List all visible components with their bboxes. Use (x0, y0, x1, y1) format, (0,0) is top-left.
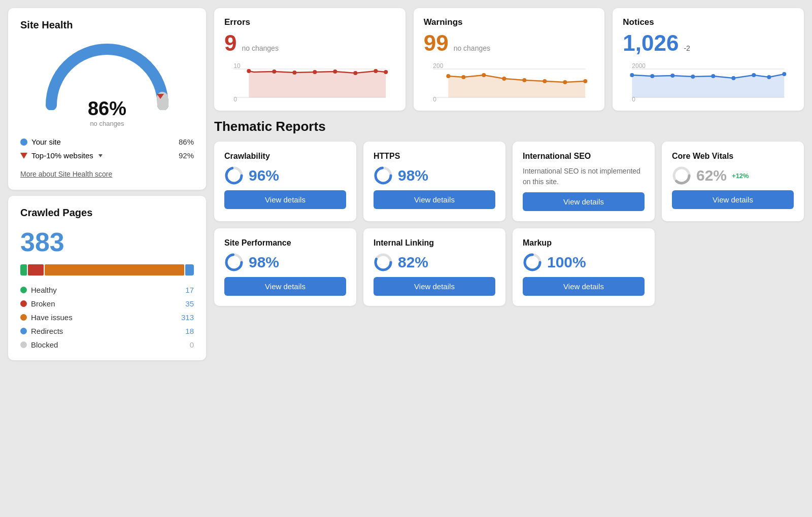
core-web-vitals-title: Core Web Vitals (672, 152, 794, 161)
internal-linking-donut (374, 253, 393, 272)
gauge-container: 86% no changes (20, 39, 194, 127)
legend-broken: Broken 35 (20, 299, 194, 308)
legend-issues: Have issues 313 (20, 313, 194, 322)
svg-marker-31 (632, 74, 785, 97)
errors-value: 9 (224, 30, 236, 56)
notices-chart: 2000 0 (623, 61, 794, 101)
core-web-vitals-score: 62% (696, 167, 727, 184)
svg-point-9 (313, 70, 317, 74)
more-about-link[interactable]: More about Site Health score (20, 170, 112, 178)
healthy-label: Healthy (31, 286, 57, 294)
site-health-title: Site Health (20, 19, 194, 31)
gauge-center: 86% no changes (88, 98, 126, 127)
svg-text:200: 200 (433, 62, 443, 70)
blocked-label: Blocked (31, 340, 58, 349)
healthy-dot (20, 287, 27, 293)
core-web-vitals-score-row: 62% +12% (672, 166, 794, 185)
svg-point-35 (691, 75, 695, 79)
svg-point-23 (522, 78, 526, 82)
gauge-subtext: no changes (88, 120, 126, 127)
svg-point-34 (671, 74, 675, 78)
markup-score: 100% (547, 254, 586, 271)
issues-dot (20, 314, 27, 321)
svg-point-33 (651, 74, 655, 78)
markup-btn[interactable]: View details (523, 277, 645, 296)
internal-linking-btn[interactable]: View details (374, 277, 495, 296)
right-column: Errors 9 no changes 10 0 (214, 8, 804, 509)
warnings-value-row: 99 no changes (424, 30, 595, 56)
crawlability-title: Crawlability (224, 152, 346, 161)
site-performance-btn[interactable]: View details (224, 277, 346, 296)
broken-count: 35 (185, 299, 194, 308)
svg-point-20 (461, 75, 465, 79)
site-performance-title: Site Performance (224, 238, 346, 248)
international-seo-desc: International SEO is not implemented on … (523, 166, 645, 187)
core-web-vitals-card: Core Web Vitals 62% +12% View details (662, 142, 804, 221)
svg-text:2000: 2000 (632, 62, 646, 70)
notices-label: Notices (623, 17, 794, 27)
svg-point-39 (767, 75, 771, 79)
errors-card: Errors 9 no changes 10 0 (214, 8, 405, 111)
https-score-row: 98% (374, 166, 495, 185)
https-score: 98% (398, 167, 428, 184)
reports-row-1: Crawlability 96% View details HTTPS (214, 142, 804, 221)
healthy-count: 17 (185, 286, 194, 294)
https-card: HTTPS 98% View details (363, 142, 505, 221)
top-sites-icon (20, 153, 27, 159)
crawled-pages-title: Crawled Pages (20, 207, 194, 219)
svg-marker-5 (249, 71, 386, 97)
notices-value-row: 1,026 -2 (623, 30, 794, 56)
left-column: Site Health 86% no changes Your site (8, 8, 206, 509)
svg-point-22 (502, 77, 506, 81)
issues-count: 313 (181, 313, 194, 322)
core-web-vitals-donut (672, 166, 691, 185)
warnings-chart: 200 0 (424, 61, 595, 101)
blocked-dot (20, 341, 27, 348)
your-site-legend: Your site 86% (20, 137, 194, 146)
https-btn[interactable]: View details (374, 190, 495, 209)
svg-point-32 (630, 73, 634, 77)
top-sites-label: Top-10% websites (31, 151, 93, 160)
crawlability-btn[interactable]: View details (224, 190, 346, 209)
svg-point-8 (292, 71, 296, 75)
crawlability-score-row: 96% (224, 166, 346, 185)
errors-label: Errors (224, 17, 395, 27)
bar-healthy (20, 264, 27, 275)
svg-point-13 (384, 70, 388, 74)
site-performance-score: 98% (249, 254, 279, 271)
core-web-vitals-btn[interactable]: View details (672, 190, 794, 209)
core-web-vitals-change: +12% (732, 172, 749, 180)
notices-change: -2 (684, 44, 690, 52)
issues-label: Have issues (31, 313, 73, 322)
svg-text:0: 0 (233, 96, 237, 101)
markup-title: Markup (523, 238, 645, 248)
internal-linking-score: 82% (398, 254, 428, 271)
redirects-count: 18 (185, 327, 194, 335)
bar-issues (45, 264, 185, 275)
international-seo-btn[interactable]: View details (523, 192, 645, 211)
svg-point-24 (543, 79, 547, 83)
international-seo-card: International SEO International SEO is n… (513, 142, 655, 221)
crawlability-score: 96% (249, 167, 279, 184)
svg-point-37 (732, 76, 736, 80)
gauge-percent: 86% (88, 98, 126, 120)
site-health-card: Site Health 86% no changes Your site (8, 8, 206, 190)
your-site-pct: 86% (179, 137, 194, 146)
site-performance-score-row: 98% (224, 253, 346, 272)
warnings-change: no changes (454, 44, 490, 52)
svg-point-25 (563, 80, 567, 84)
your-site-label: Your site (31, 137, 61, 146)
internal-linking-title: Internal Linking (374, 238, 495, 248)
svg-point-10 (333, 70, 337, 74)
crawlability-donut (224, 166, 244, 185)
errors-value-row: 9 no changes (224, 30, 395, 56)
reports-row-2: Site Performance 98% View details Intern… (214, 228, 804, 306)
svg-text:0: 0 (433, 96, 436, 101)
thematic-reports-title: Thematic Reports (214, 119, 804, 134)
site-performance-donut (224, 253, 244, 272)
metrics-row: Errors 9 no changes 10 0 (214, 8, 804, 111)
svg-point-36 (712, 74, 716, 78)
markup-donut (523, 253, 542, 272)
chevron-down-icon[interactable] (98, 154, 103, 157)
broken-dot (20, 300, 27, 307)
